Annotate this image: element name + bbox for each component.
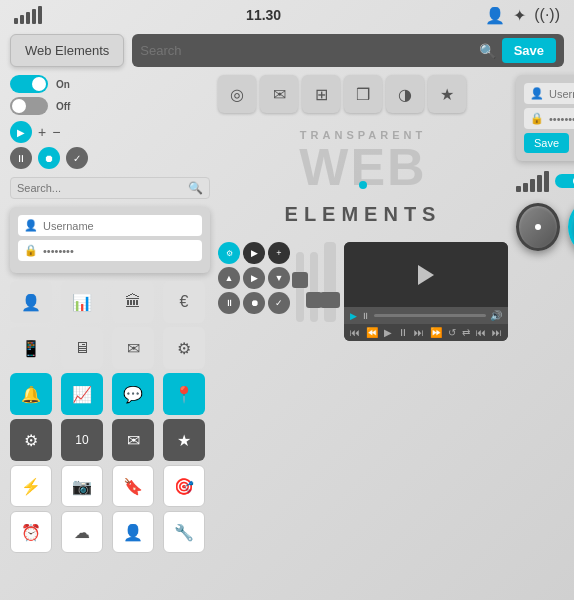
icon-grid: 👤 📊 🏛 € 📱 🖥 ✉ ⚙ 🔔 📈 💬 📍 ⚙ 10 ✉ ★ ⚡ 📷 🔖 (10, 281, 210, 553)
player-next[interactable]: ⏭ (414, 327, 424, 338)
small-search-bar[interactable]: 🔍 (10, 177, 210, 199)
icon-star-dark[interactable]: ★ (163, 419, 205, 461)
toggle-off[interactable] (10, 97, 48, 115)
left-password-field: 🔒 (18, 240, 202, 261)
player-play-btn[interactable] (418, 265, 434, 285)
player-skip-back[interactable]: ⏮ (476, 327, 486, 338)
media-btn-circle[interactable]: ⏺ (243, 292, 265, 314)
media-btn-gear[interactable]: ⚙ (218, 242, 240, 264)
icon-euro[interactable]: € (163, 281, 205, 323)
icon-chat[interactable]: 💬 (112, 373, 154, 415)
icon-steering[interactable]: 🎯 (163, 465, 205, 507)
user-icon: 👤 (24, 219, 38, 232)
media-player: ▶ ⏸ 🔊 ⏮ ⏪ ▶ ⏸ ⏭ ⏩ ↺ (344, 242, 508, 341)
media-btn-pause[interactable]: ⏸ (218, 292, 240, 314)
save-button[interactable]: Save (502, 38, 556, 63)
icon-person-white[interactable]: 👤 (112, 511, 154, 553)
slider-2[interactable] (310, 252, 318, 322)
small-search-input[interactable] (17, 182, 188, 194)
sliders-panel (296, 242, 336, 322)
content-area: On Off ▶ + − ⏸ ⏺ ✓ (10, 75, 564, 553)
media-btn-play[interactable]: ▶ (243, 242, 265, 264)
icon-camera[interactable]: 📷 (61, 465, 103, 507)
mini-bar-2 (523, 183, 528, 192)
knob-teal[interactable] (568, 199, 574, 255)
icon-cloud[interactable]: ☁ (61, 511, 103, 553)
icon-person[interactable]: 👤 (10, 281, 52, 323)
knob-small-1[interactable] (516, 203, 560, 251)
icon-mail[interactable]: ✉ (112, 327, 154, 369)
icon-phone[interactable]: 📱 (10, 327, 52, 369)
check-btn[interactable]: ✓ (66, 147, 88, 169)
left-username-input[interactable] (43, 220, 196, 232)
minus-icon[interactable]: − (52, 124, 60, 140)
wifi-icon: ((·)) (534, 6, 560, 24)
plus-icon[interactable]: + (38, 124, 46, 140)
icon-lightning[interactable]: ⚡ (10, 465, 52, 507)
small-toggle[interactable] (555, 174, 574, 188)
web-elements-button[interactable]: Web Elements (10, 34, 124, 67)
lock-icon: 🔒 (24, 244, 38, 257)
player-shuffle[interactable]: ⇄ (462, 327, 470, 338)
icon-chart[interactable]: 📊 (61, 281, 103, 323)
icon-gear[interactable]: ⚙ (163, 327, 205, 369)
player-skip-fwd[interactable]: ⏭ (492, 327, 502, 338)
icon-settings-dark[interactable]: ⚙ (10, 419, 52, 461)
toolbar-mail-btn[interactable]: ✉ (260, 75, 298, 113)
icon-bookmark[interactable]: 🔖 (112, 465, 154, 507)
right-username-input[interactable] (549, 88, 574, 100)
icon-clock[interactable]: ⏰ (10, 511, 52, 553)
toolbar-layers-btn[interactable]: ❒ (344, 75, 382, 113)
player-prev[interactable]: ⏪ (366, 327, 378, 338)
icon-trend[interactable]: 📈 (61, 373, 103, 415)
toolbar-chart-btn[interactable]: ◑ (386, 75, 424, 113)
signal-bar-1 (14, 18, 18, 24)
right-password-field: 🔒 (524, 108, 574, 129)
icon-monitor[interactable]: 🖥 (61, 327, 103, 369)
icon-notification[interactable]: 🔔 (10, 373, 52, 415)
toolbar-target-btn[interactable]: ◎ (218, 75, 256, 113)
slider-1[interactable] (296, 252, 304, 322)
media-btn-down[interactable]: ▼ (268, 267, 290, 289)
icon-building[interactable]: 🏛 (112, 281, 154, 323)
pause-btn[interactable]: ⏸ (10, 147, 32, 169)
player-seek-bar[interactable] (374, 314, 486, 317)
player-pause-bottom[interactable]: ⏸ (398, 327, 408, 338)
media-btn-add[interactable]: + (268, 242, 290, 264)
icon-tool[interactable]: 🔧 (163, 511, 205, 553)
player-play-icon[interactable]: ▶ (350, 311, 357, 321)
play-btn[interactable]: ▶ (10, 121, 32, 143)
left-password-input[interactable] (43, 245, 196, 257)
knob-1-dot (535, 224, 541, 230)
toggle-on[interactable] (10, 75, 48, 93)
toolbar-star-btn[interactable]: ★ (428, 75, 466, 113)
player-play-bottom[interactable]: ▶ (384, 327, 392, 338)
icon-10[interactable]: 10 (61, 419, 103, 461)
slider-3-thumb[interactable] (320, 292, 340, 308)
login-buttons: Save Sign In (524, 133, 574, 153)
toggles-section: On Off (10, 75, 210, 115)
media-controls-row: ▶ + − (10, 121, 210, 143)
icon-mail-dark[interactable]: ✉ (112, 419, 154, 461)
search-icon[interactable]: 🔍 (479, 43, 496, 59)
toolbar-grid-btn[interactable]: ⊞ (302, 75, 340, 113)
media-btn-check[interactable]: ✓ (268, 292, 290, 314)
player-volume-icon[interactable]: 🔊 (490, 310, 502, 321)
record-btn[interactable]: ⏺ (38, 147, 60, 169)
media-btn-up[interactable]: ▲ (218, 267, 240, 289)
player-pause-icon[interactable]: ⏸ (361, 311, 370, 321)
mini-signal-bars (516, 171, 549, 192)
search-input[interactable] (140, 43, 472, 58)
icon-location[interactable]: 📍 (163, 373, 205, 415)
player-skip-end[interactable]: ⏩ (430, 327, 442, 338)
slider-1-thumb[interactable] (292, 272, 308, 288)
slider-3[interactable] (324, 242, 336, 322)
media-btn-play2[interactable]: ▶ (243, 267, 265, 289)
middle-section: ◎ ✉ ⊞ ❒ ◑ ★ TRANSPARENT WEB ELEMENTS (218, 75, 508, 553)
login-save-button[interactable]: Save (524, 133, 569, 153)
player-skip-start[interactable]: ⏮ (350, 327, 360, 338)
player-controls-row: ⚙ ▶ + ▲ ▶ ▼ ⏸ ⏺ ✓ (218, 242, 508, 341)
player-progress-bar: ▶ ⏸ 🔊 (344, 307, 508, 324)
player-refresh[interactable]: ↺ (448, 327, 456, 338)
right-password-input[interactable] (549, 113, 574, 125)
